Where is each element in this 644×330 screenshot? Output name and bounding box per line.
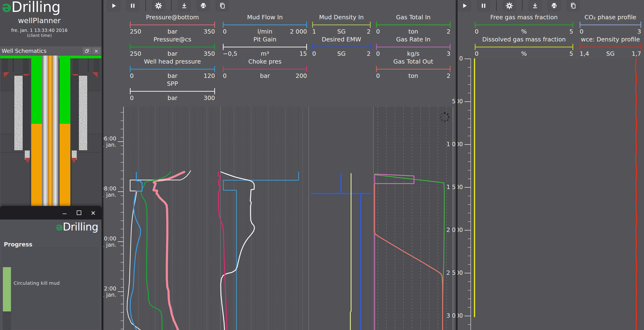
gas-time-chart[interactable] (374, 107, 453, 330)
legend-mud-flow-in[interactable]: Mud Flow In0l/min2 000 (223, 14, 307, 36)
legend-range: 0ton2 (376, 72, 450, 79)
legend-scalebar[interactable] (130, 88, 215, 94)
legend-unit: l/min (258, 28, 272, 35)
progress-bar (3, 267, 11, 330)
legend-max: 200 (270, 72, 307, 79)
legend-scalebar[interactable] (376, 66, 450, 72)
pause-icon (480, 2, 487, 9)
download-icon (181, 2, 188, 9)
legend-wce-density-profile[interactable]: wce: Density profile1,4SG1,7 (580, 36, 641, 58)
depth-axis-label: 500 (441, 98, 463, 105)
legend-desired-emw[interactable]: Desired EMW0SG2 (312, 36, 370, 58)
legend-scalebar[interactable] (223, 43, 307, 50)
scalebar-tl (130, 44, 130, 50)
scalebar-tl (376, 22, 377, 28)
legend-scalebar[interactable] (376, 43, 450, 50)
legend-max: 2 (418, 72, 450, 79)
play-button[interactable] (458, 0, 471, 11)
close-button[interactable]: × (90, 210, 96, 216)
legend-min: −0,5 (223, 50, 261, 57)
legend-min: 0 (130, 72, 168, 79)
logo-accent: ə (2, 0, 12, 15)
legend-unit: % (521, 50, 527, 57)
legend-co-phase-profile[interactable]: CO₂ phase profile03 (580, 14, 641, 36)
legend-pressure-cs[interactable]: Pressure@cs250bar350 (130, 36, 215, 58)
legend-scalebar[interactable] (130, 21, 215, 28)
legend-scalebar[interactable] (475, 43, 573, 50)
download-button[interactable] (178, 0, 191, 11)
legend-mud-density-in[interactable]: Mud Density In1SG2 (312, 14, 370, 36)
legend-title: CO₂ phase profile (580, 14, 641, 21)
download-button[interactable] (529, 0, 542, 11)
scalebar-tl (223, 44, 224, 50)
legend-unit: SG (337, 50, 346, 57)
scalebar-bar (130, 91, 215, 92)
scalebar-tl (223, 22, 224, 28)
depth-axis-label: 1 500 (441, 184, 463, 190)
legend-range: 0ton2 (376, 28, 450, 35)
legend-range: 0SG2 (312, 50, 370, 57)
flow-pit-choke-time-chart[interactable] (220, 107, 309, 330)
restore-button[interactable] (83, 47, 91, 54)
maximize-button[interactable] (76, 210, 82, 216)
settings-button[interactable] (503, 0, 516, 11)
copy-button[interactable] (216, 0, 229, 11)
settings-button[interactable] (152, 0, 165, 11)
legend-pit-gain[interactable]: Pit Gain−0,5m³15 (223, 36, 307, 58)
legend-scalebar[interactable] (130, 66, 215, 72)
play-button[interactable] (107, 0, 120, 11)
legend-max: 350 (177, 50, 215, 57)
legend-range: 0%5 (475, 50, 573, 57)
product-name: wellPlanner (0, 16, 79, 25)
legend-gas-rate-in[interactable]: Gas Rate In0kg/s3 (376, 36, 450, 58)
minimize-button[interactable] (62, 210, 68, 216)
legend-title: Gas Total In (376, 14, 450, 21)
well-schematics-titlebar[interactable]: Well Schematics × (0, 47, 101, 55)
legend-min: 0 (376, 50, 407, 57)
toolbar-separator (496, 0, 497, 11)
progress-titlebar[interactable]: × (0, 206, 102, 220)
legend-scalebar[interactable] (312, 43, 370, 50)
scalebar-bar (580, 24, 641, 25)
legend-min: 0 (312, 50, 337, 57)
settings-icon (506, 2, 513, 9)
legend-title: Pressure@cs (130, 36, 215, 43)
depth-profile-chart[interactable] (471, 59, 644, 330)
legend-spp[interactable]: SPP0bar300 (130, 80, 215, 102)
legend-unit: kg/s (407, 50, 420, 57)
legend-unit: bar (168, 94, 177, 102)
print-button[interactable] (548, 0, 560, 11)
legend-choke-pres[interactable]: Choke pres0bar200 (223, 58, 307, 80)
close-button[interactable]: × (92, 47, 100, 54)
toolbar-separator (171, 0, 172, 11)
legend-title: Choke pres (223, 58, 307, 66)
legend-title: Pit Gain (223, 36, 307, 43)
legend-well-head-pressure[interactable]: Well head pressure0bar120 (130, 58, 215, 80)
legend-scalebar[interactable] (376, 21, 450, 28)
pause-button[interactable] (477, 0, 490, 11)
scalebar-bar (376, 24, 450, 25)
legend-gas-total-out[interactable]: Gas Total Out0ton2 (376, 58, 450, 80)
legend-scalebar[interactable] (475, 21, 573, 28)
legend-scalebar[interactable] (580, 43, 641, 50)
legend-dissolved-gas-mass-fraction[interactable]: Dissolved gas mass fraction0%5 (475, 36, 573, 58)
legend-gas-total-in[interactable]: Gas Total In0ton2 (376, 14, 450, 36)
legend-pressure-bottom[interactable]: Pressure@bottom250bar350 (130, 14, 215, 36)
legend-range: 03 (580, 28, 641, 35)
legend-free-gas-mass-fraction[interactable]: Free gas mass fraction0%5 (475, 14, 573, 36)
legend-scalebar[interactable] (223, 66, 307, 72)
legend-title: Well head pressure (130, 58, 215, 66)
pause-button[interactable] (126, 0, 139, 11)
legend-scalebar[interactable] (223, 21, 307, 28)
legend-max: 2 (346, 28, 370, 35)
legend-scalebar[interactable] (130, 43, 215, 50)
legend-title: Free gas mass fraction (475, 14, 573, 21)
legend-range: 0bar200 (223, 72, 307, 79)
density-time-chart[interactable] (309, 107, 374, 330)
print-button[interactable] (197, 0, 210, 11)
legend-range: 1,4SG1,7 (580, 50, 641, 57)
legend-scalebar[interactable] (312, 21, 370, 28)
legend-scalebar[interactable] (580, 21, 641, 28)
copy-button[interactable] (567, 0, 580, 11)
pressure-time-chart[interactable] (125, 107, 220, 330)
